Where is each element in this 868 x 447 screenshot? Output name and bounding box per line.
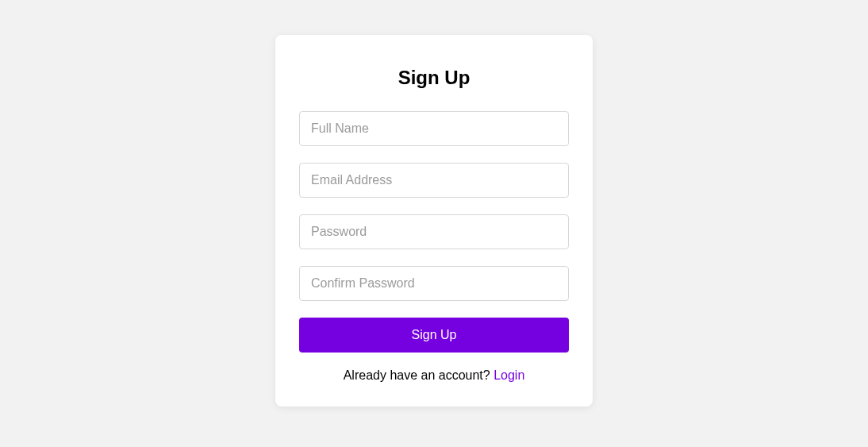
login-link[interactable]: Login [494,368,524,382]
page-title: Sign Up [299,67,569,89]
footer-prompt-text: Already have an account? [344,368,494,382]
full-name-input[interactable] [299,111,569,146]
confirm-password-input[interactable] [299,266,569,301]
footer-prompt: Already have an account? Login [299,368,569,383]
signup-button[interactable]: Sign Up [299,318,569,353]
signup-card: Sign Up Sign Up Already have an account?… [275,35,593,407]
email-input[interactable] [299,163,569,198]
password-input[interactable] [299,214,569,249]
